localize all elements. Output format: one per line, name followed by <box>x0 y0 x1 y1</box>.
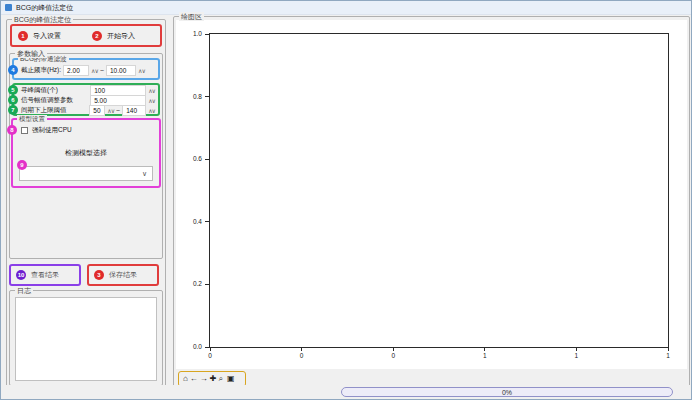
import-settings-label: 导入设置 <box>33 31 61 41</box>
amplitude-row: 信号幅值调整参数 5.00 ∧∨ <box>21 95 155 105</box>
plot-axes: 1.00.80.60.40.20.0000111 <box>209 33 669 348</box>
cutoff-low-input[interactable]: 2.00 <box>63 65 89 76</box>
plot-panel-group-label: 绘图区 <box>179 12 204 21</box>
back-icon[interactable]: ← <box>190 373 198 385</box>
zoom-icon[interactable]: ⌕ <box>219 373 223 385</box>
model-settings-highlight-box: 模型设置 8 强制使用CPU 检测模型选择 9 ∨ <box>11 118 161 188</box>
y-tick-label: 0.2 <box>180 280 202 287</box>
cutoff-row: 截止频率(Hz): 2.00 ∧∨ ~ 10.00 ∧∨ <box>21 65 156 76</box>
peaks-highlight-box: 5 6 7 寻峰阈值(个) 100 ∧∨ 信号幅值调整参数 5.00 ∧∨ 间期… <box>12 83 160 116</box>
titlebar: BCG的峰值法定位 <box>1 1 691 15</box>
pan-icon[interactable]: ✚ <box>210 373 217 385</box>
amplitude-param-label: 信号幅值调整参数 <box>21 96 88 105</box>
progress-percent: 0% <box>502 389 512 396</box>
params-group-label: 参数输入 <box>15 49 47 58</box>
y-tick-label: 0.4 <box>180 218 202 225</box>
x-tick-label: 1 <box>575 352 579 359</box>
range-separator: ~ <box>100 67 104 74</box>
y-tick-mark <box>205 221 209 222</box>
spinner-arrows-icon[interactable]: ∧∨ <box>138 67 145 74</box>
y-tick-label: 1.0 <box>180 30 202 37</box>
spinner-arrows-icon[interactable]: ∧∨ <box>107 107 114 114</box>
annotation-badge-3: 3 <box>94 270 104 280</box>
home-icon[interactable]: ⌂ <box>183 373 188 385</box>
x-tick-label: 0 <box>208 352 212 359</box>
annotation-badge-9: 9 <box>17 160 27 170</box>
annotation-badge-2: 2 <box>92 31 102 41</box>
app-icon <box>5 4 12 11</box>
annotation-badge-4: 4 <box>8 65 18 75</box>
x-tick-label: 1 <box>483 352 487 359</box>
spinner-arrows-icon[interactable]: ∧∨ <box>148 97 155 104</box>
annotation-badge-7: 7 <box>8 105 18 115</box>
annotation-badge-5: 5 <box>8 85 18 95</box>
y-tick-label: 0.0 <box>180 343 202 350</box>
chevron-down-icon: ∨ <box>142 170 147 178</box>
save-icon[interactable]: ▣ <box>227 373 235 385</box>
y-tick-mark <box>205 96 209 97</box>
model-combobox[interactable]: ∨ <box>19 166 153 181</box>
start-import-label: 开始导入 <box>107 31 135 41</box>
y-tick-mark <box>205 347 209 348</box>
save-results-label: 保存结果 <box>109 270 137 280</box>
view-results-label: 查看结果 <box>31 270 59 280</box>
log-group: 日志 <box>9 290 163 386</box>
force-cpu-label: 强制使用CPU <box>32 126 72 135</box>
progress-bar: 0% <box>341 387 673 397</box>
interval-high-input[interactable]: 140 <box>122 105 146 116</box>
window-title: BCG的峰值法定位 <box>16 3 73 13</box>
x-tick-mark <box>484 347 485 351</box>
y-tick-mark <box>205 34 209 35</box>
model-select-label: 检测模型选择 <box>13 148 159 158</box>
interval-threshold-label: 间期下上限阈值 <box>21 106 87 115</box>
force-cpu-row: 强制使用CPU <box>21 126 72 135</box>
bandpass-highlight-box: BCG的带通滤波 4 截止频率(Hz): 2.00 ∧∨ ~ 10.00 ∧∨ <box>12 58 160 80</box>
cutoff-frequency-label: 截止频率(Hz): <box>21 66 61 75</box>
annotation-badge-1: 1 <box>18 31 28 41</box>
cutoff-high-input[interactable]: 10.00 <box>106 65 136 76</box>
y-tick-label: 0.8 <box>180 93 202 100</box>
annotation-badge-8: 8 <box>7 125 17 135</box>
app-window: BCG的峰值法定位 BCG的峰值法定位 1 导入设置 2 开始导入 参数输入 B… <box>0 0 692 400</box>
left-panel-group-label: BCG的峰值法定位 <box>12 15 73 24</box>
y-tick-label: 0.6 <box>180 155 202 162</box>
start-import-button[interactable]: 2 开始导入 <box>86 26 160 45</box>
spinner-arrows-icon[interactable]: ∧∨ <box>148 87 155 94</box>
interval-low-input[interactable]: 50 <box>89 105 105 116</box>
y-tick-mark <box>205 159 209 160</box>
forward-icon[interactable]: → <box>200 373 208 385</box>
import-settings-button[interactable]: 1 导入设置 <box>12 26 86 45</box>
annotation-badge-10: 10 <box>16 270 26 280</box>
x-tick-mark <box>210 347 211 351</box>
y-tick-mark <box>205 284 209 285</box>
peak-threshold-row: 寻峰阈值(个) 100 ∧∨ <box>21 85 155 95</box>
model-settings-group-label: 模型设置 <box>17 115 47 123</box>
x-tick-mark <box>668 347 669 351</box>
params-group: 参数输入 BCG的带通滤波 4 截止频率(Hz): 2.00 ∧∨ ~ 10.0… <box>9 53 163 259</box>
x-tick-mark <box>301 347 302 351</box>
figure-canvas[interactable]: 1.00.80.60.40.20.0000111 <box>176 20 687 369</box>
statusbar: 0% <box>1 385 691 399</box>
peak-threshold-label: 寻峰阈值(个) <box>21 86 88 95</box>
spinner-arrows-icon[interactable]: ∧∨ <box>91 67 98 74</box>
x-tick-label: 0 <box>391 352 395 359</box>
force-cpu-checkbox[interactable] <box>21 127 28 134</box>
x-tick-label: 1 <box>666 352 670 359</box>
save-results-button[interactable]: 3 保存结果 <box>89 266 157 284</box>
save-results-highlight-box: 3 保存结果 <box>87 264 159 286</box>
view-results-highlight-box: 10 查看结果 <box>9 264 81 286</box>
log-listbox[interactable] <box>15 297 157 381</box>
log-group-label: 日志 <box>15 286 33 295</box>
import-highlight-box: 1 导入设置 2 开始导入 <box>10 24 162 47</box>
spinner-arrows-icon[interactable]: ∧∨ <box>148 107 155 114</box>
plot-panel-group: 绘图区 1.00.80.60.40.20.0000111 ⌂ ← → ✚ ⌕ ▣ <box>173 16 690 389</box>
view-results-button[interactable]: 10 查看结果 <box>11 266 79 284</box>
x-tick-mark <box>576 347 577 351</box>
left-panel-group: BCG的峰值法定位 1 导入设置 2 开始导入 参数输入 BCG的带通滤波 4 … <box>6 19 166 388</box>
x-tick-mark <box>393 347 394 351</box>
interval-row: 间期下上限阈值 50 ∧∨ ~ 140 ∧∨ <box>21 105 155 115</box>
range-separator: ~ <box>116 107 120 114</box>
annotation-badge-6: 6 <box>8 95 18 105</box>
x-tick-label: 0 <box>300 352 304 359</box>
